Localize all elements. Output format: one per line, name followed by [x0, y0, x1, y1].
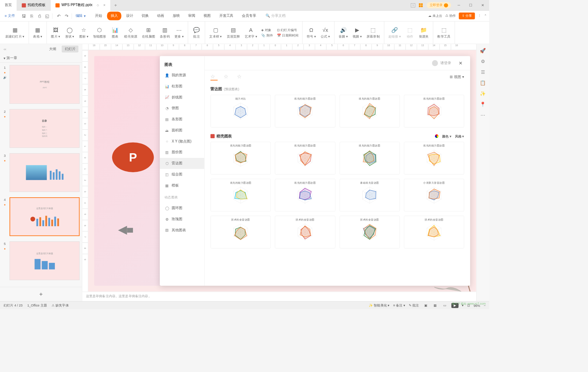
chart-cat-donut[interactable]: ◯圆环图	[160, 203, 204, 214]
tab-file[interactable]: WPS PPT教程.pptx◇✕	[51, 0, 110, 11]
add-slide-button[interactable]: +	[0, 287, 82, 301]
dialog-close-button[interactable]: ✕	[457, 59, 464, 67]
docker-chart-2[interactable]: 填充的能力图达图	[339, 142, 400, 175]
preset-chart-1[interactable]: 填充的能力图达图	[275, 95, 335, 128]
docker-chart-3[interactable]: 填充的能力图达图	[404, 142, 464, 175]
dialog-login[interactable]: 请登录	[432, 60, 451, 66]
minimize-button[interactable]: ─	[455, 1, 463, 9]
layers-icon[interactable]: ☰	[480, 69, 486, 75]
ribbon-new-slide[interactable]: ▦新建幻灯片 ▾	[3, 25, 27, 40]
preset-chart-0[interactable]: 能力对比	[210, 95, 271, 128]
slide-thumb-2[interactable]: 2✦目录项目一项目二项目三项目四	[3, 109, 80, 148]
chart-cat-radar[interactable]: ⬡雷达图	[160, 158, 204, 169]
chapter-header[interactable]: ▾ 第一章	[0, 54, 82, 63]
slide-thumb-4[interactable]: 4✦这里是幻灯片标题	[3, 197, 80, 236]
ribbon-textbox[interactable]: ▢文本框 ▾	[207, 25, 224, 40]
slide-thumb-1[interactable]: 1✦🔊PPT教程·PPT	[3, 65, 80, 103]
star-tab-2[interactable]: ☆	[224, 73, 231, 81]
add-tab-button[interactable]: +	[111, 3, 121, 8]
outline-tab[interactable]: 大纲	[46, 45, 59, 52]
search-icon[interactable]: 🔍 分享文档	[266, 13, 285, 18]
menu-tab-animation[interactable]: 动画	[153, 11, 168, 20]
chart-cat-line[interactable]: 📈折线图	[160, 92, 204, 103]
chart-cat-stock[interactable]: ▥股价图	[160, 147, 204, 158]
docker-chart-0[interactable]: 填充的能力图达图	[210, 142, 271, 175]
ribbon-image[interactable]: 🖼图片 ▾	[49, 25, 63, 40]
slide-canvas[interactable]: P 4 图表 👤我的资源📊柱形图📈折线图◔饼图▤条	[88, 50, 476, 292]
redo-icon[interactable]: ↷	[64, 13, 69, 19]
chart-cat-bar[interactable]: 📊柱形图	[160, 81, 204, 92]
settings-icon[interactable]: ⚙	[480, 58, 486, 64]
missing-fonts[interactable]: ⚠ 缺失字体	[52, 303, 68, 308]
docker-chart-4[interactable]: 填充的能力图达图	[210, 179, 271, 212]
ribbon-docker-resources[interactable]: ◇稻壳资源	[122, 25, 140, 40]
tab-home[interactable]: 首页	[0, 0, 17, 11]
sorter-view-icon[interactable]: ▦	[432, 303, 438, 308]
docker-chart-10[interactable]: 技术的全雷达图	[339, 216, 400, 248]
ribbon-mindmap[interactable]: ⊞在线脑图	[140, 25, 158, 40]
undo-icon[interactable]: ↶	[56, 13, 61, 19]
location-icon[interactable]: 📍	[480, 101, 486, 107]
chart-cat-scatter[interactable]: ⁘X Y (散点图)	[160, 136, 204, 147]
close-tab-icon[interactable]: ✕	[103, 4, 106, 7]
file-menu[interactable]: ≡ 文件	[3, 12, 18, 20]
ribbon-attachment[interactable]: 📎 附件	[261, 33, 273, 37]
more-tools-icon[interactable]: ⋯	[480, 112, 486, 118]
magic-icon[interactable]: ✨	[480, 91, 486, 97]
slide-thumb-3[interactable]: 3✦	[3, 153, 80, 192]
rocket-icon[interactable]: 🚀	[480, 48, 486, 54]
menu-tab-member[interactable]: 会员专享	[238, 11, 260, 20]
ribbon-audio[interactable]: 🔊音频 ▾	[336, 25, 350, 40]
menu-tab-devtools[interactable]: 开发工具	[216, 11, 237, 20]
save-icon[interactable]: 🖫	[21, 13, 27, 19]
login-button[interactable]: 立即登录	[427, 2, 451, 8]
more-menu-icon[interactable]: ⋮	[478, 14, 481, 18]
preview-icon[interactable]: ◱	[44, 13, 50, 19]
view-toggle[interactable]: ⊞ 视图 ▾	[450, 74, 464, 79]
coop-button[interactable]: ♺ 协作	[445, 14, 456, 18]
star-tab-3[interactable]: ☆	[237, 73, 244, 81]
ribbon-resource-folder[interactable]: 📁资源夹	[416, 25, 431, 40]
docker-chart-1[interactable]: 填充的能力图达图	[275, 142, 335, 175]
ribbon-table[interactable]: ▦表格 ▾	[31, 25, 45, 40]
ribbon-screen-record[interactable]: ⬚屏幕录制	[364, 25, 382, 40]
ribbon-datetime[interactable]: 📅 日期和时间	[277, 33, 299, 37]
color-filter[interactable]: 颜色 ▾	[442, 134, 451, 138]
app-grid-icon[interactable]	[419, 3, 423, 8]
ribbon-barcode[interactable]: ▥条形码	[158, 25, 172, 40]
expand-icon[interactable]: ⌃	[484, 14, 487, 18]
ribbon-video[interactable]: ▶视频 ▾	[350, 25, 364, 40]
ribbon-smartart[interactable]: ⬡智能图形	[91, 25, 109, 40]
export-icon[interactable]: ⎘	[29, 13, 34, 19]
preset-chart-2[interactable]: 填充的能力图达图	[339, 95, 400, 128]
menu-tab-transition[interactable]: 切换	[138, 11, 152, 20]
normal-view-icon[interactable]: ▣	[422, 303, 429, 308]
chart-cat-template[interactable]: ▦模板	[160, 180, 204, 191]
chart-cat-rose[interactable]: ✿玫瑰图	[160, 214, 204, 225]
docker-chart-9[interactable]: 技术的全雷达图	[275, 216, 335, 248]
menu-tab-review[interactable]: 审阅	[185, 11, 199, 20]
slides-tab[interactable]: 幻灯片	[62, 45, 78, 52]
layout-1-icon[interactable]: 1	[411, 3, 415, 8]
docker-chart-8[interactable]: 技术的全雷达图	[210, 216, 271, 248]
preset-chart-3[interactable]: 填充的能力图达图	[404, 95, 464, 128]
docker-chart-5[interactable]: 填充的能力图达图	[275, 179, 335, 212]
chart-cat-hbar[interactable]: ▤条形图	[160, 114, 204, 125]
print-icon[interactable]: ⎙	[37, 13, 42, 19]
menu-tab-view[interactable]: 视图	[200, 11, 214, 20]
notes-toggle[interactable]: ≡ 备注 ▾	[393, 303, 405, 308]
close-button[interactable]: ✕	[478, 1, 487, 9]
ribbon-icon-lib[interactable]: ☆图标 ▾	[77, 25, 91, 40]
ribbon-comment[interactable]: 💬批注	[190, 25, 203, 40]
share-button[interactable]: ⇪ 分享	[459, 13, 475, 19]
chart-cat-pie[interactable]: ◔饼图	[160, 103, 204, 114]
docker-chart-11[interactable]: 技术的全雷达图	[404, 216, 464, 248]
maximize-button[interactable]: ☐	[467, 1, 475, 9]
reading-view-icon[interactable]: ▭	[442, 303, 448, 308]
chart-cat-other[interactable]: ▨其他图表	[160, 224, 204, 236]
chart-cat-area[interactable]: ⛰面积图	[160, 125, 204, 136]
cloud-status[interactable]: ☁ 未上云	[428, 14, 442, 18]
star-tab-1[interactable]: ☆	[210, 73, 217, 81]
clipboard-icon[interactable]: 📋	[480, 80, 486, 86]
menu-tab-start[interactable]: 开始	[91, 11, 106, 20]
